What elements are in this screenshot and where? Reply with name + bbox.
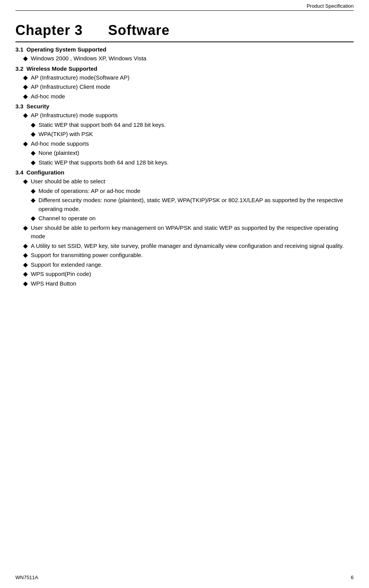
list-item: ◆Ad-hoc mode [15, 92, 354, 101]
bullet-icon: ◆ [31, 214, 35, 223]
bullet-icon: ◆ [23, 261, 28, 269]
bullet-icon: ◆ [23, 177, 28, 186]
list-item: ◆WPS Hard Button [15, 279, 354, 288]
chapter-divider [15, 42, 354, 42]
chapter-title: Chapter 3 Software [15, 22, 354, 38]
bullet-icon: ◆ [31, 158, 35, 167]
page-footer: WN7511A 6 [15, 575, 354, 580]
list-item-text: Windows 2000 , Windows XP, Windows Vista [31, 54, 146, 63]
list-item-text: AP (Infrastructure) mode supports [31, 111, 118, 120]
page-container: Product Specification Chapter 3 Software… [0, 0, 369, 588]
list-item-text: AP (Infrastructure) mode(Software AP) [31, 73, 130, 82]
list-item: ◆Mode of operations: AP or ad-hoc mode [15, 187, 354, 196]
list-item: ◆WPA(TKIP) with PSK [15, 130, 354, 139]
list-item-text: User should be able to perform key manag… [31, 224, 354, 241]
bullet-icon: ◆ [23, 54, 28, 63]
section-heading-3.3: 3.3Security [15, 103, 354, 110]
list-item: ◆Static WEP that supports both 64 and 12… [15, 158, 354, 167]
bullet-icon: ◆ [23, 92, 28, 101]
list-item: ◆Ad-hoc mode supports [15, 140, 354, 148]
chapter-number: Chapter 3 [15, 22, 83, 38]
bullet-icon: ◆ [23, 83, 28, 91]
list-item: ◆A Utility to set SSID, WEP key, site su… [15, 242, 354, 251]
sections-container: 3.1Operating System Supported◆Windows 20… [15, 46, 354, 288]
bullet-icon: ◆ [23, 279, 28, 288]
bullet-icon: ◆ [23, 140, 28, 148]
list-item: ◆AP (Infrastructure) mode supports [15, 111, 354, 120]
footer-left: WN7511A [15, 575, 38, 580]
chapter-name: Software [108, 22, 170, 38]
list-item-text: Ad-hoc mode [31, 92, 65, 101]
list-item-text: WPA(TKIP) with PSK [38, 130, 93, 139]
list-item-text: Channel to operate on [38, 214, 95, 223]
section-heading-3.1: 3.1Operating System Supported [15, 46, 354, 53]
bullet-icon: ◆ [23, 224, 28, 232]
list-item-text: User should be able to select [31, 177, 105, 186]
bullet-icon: ◆ [23, 73, 28, 82]
section-3.3: 3.3Security◆AP (Infrastructure) mode sup… [15, 103, 354, 167]
list-item: ◆User should be able to perform key mana… [15, 224, 354, 241]
bullet-icon: ◆ [23, 242, 28, 250]
header-title: Product Specification [307, 3, 354, 9]
bullet-icon: ◆ [31, 149, 35, 157]
list-item: ◆Static WEP that support both 64 and 128… [15, 121, 354, 130]
footer-right: 6 [351, 575, 354, 580]
list-item: ◆Support for transmitting power configur… [15, 251, 354, 260]
list-item-text: WPS support(Pin code) [31, 270, 91, 279]
list-item-text: Support for transmitting power configura… [31, 251, 143, 260]
list-item-text: Support for extended range. [31, 261, 103, 269]
list-item-text: Static WEP that supports both 64 and 128… [38, 158, 169, 167]
list-item-text: Ad-hoc mode supports [31, 140, 89, 148]
list-item: ◆AP (Infrastructure) Client mode [15, 83, 354, 91]
bullet-icon: ◆ [31, 130, 35, 138]
section-heading-3.4: 3.4Configuration [15, 169, 354, 176]
bullet-icon: ◆ [31, 121, 35, 129]
section-heading-3.2: 3.2Wireless Mode Supported [15, 65, 354, 72]
list-item-text: None (plaintext) [38, 149, 79, 158]
list-item: ◆None (plaintext) [15, 149, 354, 158]
list-item: ◆AP (Infrastructure) mode(Software AP) [15, 73, 354, 82]
list-item-text: AP (Infrastructure) Client mode [31, 83, 110, 91]
section-3.2: 3.2Wireless Mode Supported◆AP (Infrastru… [15, 65, 354, 101]
list-item: ◆Support for extended range. [15, 261, 354, 269]
list-item-text: A Utility to set SSID, WEP key, site sur… [31, 242, 344, 251]
list-item-text: Mode of operations: AP or ad-hoc mode [38, 187, 140, 196]
page-header: Product Specification [15, 0, 354, 11]
list-item-text: WPS Hard Button [31, 279, 76, 288]
list-item: ◆Different security modes: none (plainte… [15, 196, 354, 213]
bullet-icon: ◆ [31, 187, 35, 195]
list-item: ◆WPS support(Pin code) [15, 270, 354, 279]
list-item: ◆User should be able to select [15, 177, 354, 186]
list-item-text: Static WEP that support both 64 and 128 … [38, 121, 166, 130]
list-item: ◆Channel to operate on [15, 214, 354, 223]
bullet-icon: ◆ [23, 270, 28, 278]
list-item: ◆Windows 2000 , Windows XP, Windows Vist… [15, 54, 354, 63]
bullet-icon: ◆ [31, 196, 35, 204]
bullet-icon: ◆ [23, 251, 28, 259]
section-3.4: 3.4Configuration◆User should be able to … [15, 169, 354, 288]
bullet-icon: ◆ [23, 111, 28, 120]
section-3.1: 3.1Operating System Supported◆Windows 20… [15, 46, 354, 63]
list-item-text: Different security modes: none (plaintex… [38, 196, 354, 213]
